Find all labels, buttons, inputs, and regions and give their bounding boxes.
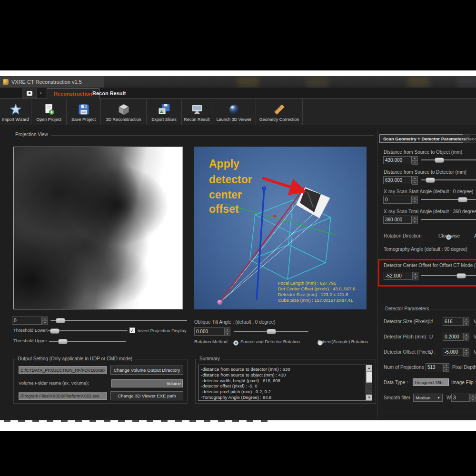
frame-index-slider[interactable] xyxy=(50,317,187,323)
threshold-upper-slider[interactable] xyxy=(49,338,126,344)
viewer-exe-path-field[interactable]: /Program Files/VX3D2/PlatformVX3D.exe xyxy=(19,392,107,400)
slider-thumb[interactable] xyxy=(458,197,467,202)
tab-recon-result[interactable]: Recon Result xyxy=(86,88,132,99)
smooth-w-spinner[interactable]: ▲▼ xyxy=(451,394,476,402)
spin-up-icon[interactable]: ▲ xyxy=(470,394,476,398)
frame-index-input[interactable] xyxy=(12,317,42,325)
threshold-lower-slider[interactable] xyxy=(48,327,128,334)
rotation-method-radio-source[interactable] xyxy=(233,340,238,346)
rotation-method-patient-label: Patient(Sample) Rotation xyxy=(317,339,368,344)
smooth-w-input[interactable] xyxy=(451,394,470,402)
detector-center-offset-spinner[interactable]: ▲▼ xyxy=(384,272,418,280)
spin-down-icon[interactable]: ▼ xyxy=(463,352,469,357)
param-total-angle-spinner[interactable]: ▲▼ xyxy=(383,216,418,224)
change-volume-dir-button[interactable]: Change Volume Output Directory xyxy=(110,366,183,375)
param-source-object-input[interactable] xyxy=(383,156,412,164)
param-start-angle-input[interactable] xyxy=(383,196,412,204)
param-start-angle-spinner[interactable]: ▲▼ xyxy=(383,196,418,204)
spin-up-icon[interactable]: ▲ xyxy=(463,348,469,352)
param-total-angle-input[interactable] xyxy=(383,216,412,224)
spin-down-icon[interactable]: ▼ xyxy=(412,180,418,185)
scroll-up-icon[interactable]: ▲ xyxy=(366,365,372,371)
right-tab-scan-geometry[interactable]: Scan Geometry + Detector Parameters xyxy=(379,134,469,143)
slider-thumb[interactable] xyxy=(426,178,435,183)
detector-size-u-spinner[interactable]: ▲▼ xyxy=(443,317,469,326)
num-projections-spinner[interactable]: ▲▼ xyxy=(426,363,449,371)
spin-down-icon[interactable]: ▼ xyxy=(224,332,230,336)
smooth-filter-dropdown[interactable]: Median ▼ xyxy=(413,394,443,402)
summary-scrollbar[interactable]: ▲ ▼ xyxy=(366,365,372,400)
spin-up-icon[interactable]: ▲ xyxy=(443,363,449,367)
oblique-tilt-label: Oblique Tilt Angle : (default : 0 degree… xyxy=(194,319,276,325)
param-source-detector-spinner[interactable]: ▲▼ xyxy=(383,176,418,184)
volume-output-dir-field[interactable]: C:/CTDATA_PROJECTION_RF/FOV160x80 xyxy=(19,366,107,374)
detector-offset-u-spinner[interactable]: ▲▼ xyxy=(443,348,469,356)
spin-down-icon[interactable]: ▼ xyxy=(412,160,418,165)
slider-track xyxy=(50,320,187,321)
geometry-correction-button[interactable]: Geometry Correction xyxy=(256,99,303,125)
spin-down-icon[interactable]: ▼ xyxy=(463,337,469,341)
spin-down-icon[interactable]: ▼ xyxy=(463,322,469,326)
slider-thumb[interactable] xyxy=(50,328,60,334)
launch-3d-viewer-button[interactable]: Launch 3D Viewer xyxy=(212,99,256,125)
recon-result-button[interactable]: Recon Result xyxy=(182,99,212,125)
slider-thumb[interactable] xyxy=(435,158,444,163)
oblique-tilt-spinner[interactable]: ▲▼ xyxy=(194,327,230,336)
change-viewer-exe-button[interactable]: Change 3D Viewer EXE path xyxy=(110,391,183,400)
import-wizard-button[interactable]: Import Wizard xyxy=(0,99,31,125)
param-start-angle-slider[interactable] xyxy=(421,196,476,202)
3d-reconstruction-button[interactable]: 3D Reconstruction xyxy=(101,99,147,125)
spin-down-icon[interactable]: ▼ xyxy=(412,276,418,280)
data-type-value-chip[interactable]: Unsigned 16b xyxy=(413,378,449,386)
info-center-offset: Det Center Offset (pixels) : 43.0, 567.6 xyxy=(278,286,355,291)
spin-up-icon[interactable]: ▲ xyxy=(224,327,230,332)
spin-down-icon[interactable]: ▼ xyxy=(42,321,48,325)
spin-up-icon[interactable]: ▲ xyxy=(412,176,418,180)
spin-down-icon[interactable]: ▼ xyxy=(443,367,449,372)
oblique-tilt-input[interactable] xyxy=(194,327,224,336)
spin-up-icon[interactable]: ▲ xyxy=(463,333,469,337)
param-total-angle-slider[interactable] xyxy=(421,216,476,222)
scroll-down-icon[interactable]: ▼ xyxy=(366,395,372,400)
invert-projection-checkbox[interactable]: ✓ xyxy=(129,327,135,333)
frame-index-spinner[interactable]: ▲▼ xyxy=(12,317,48,325)
geometry-3d-view[interactable]: Apply detector center offset Focal Lengt… xyxy=(194,147,367,309)
detector-pitch-u-spinner[interactable]: ▲▼ xyxy=(443,333,469,341)
volume-folder-field[interactable]: Volume xyxy=(111,379,183,387)
detector-offset-u-input[interactable] xyxy=(443,348,463,356)
menu-caret-icon[interactable]: ▾ xyxy=(40,91,42,95)
slider-thumb[interactable] xyxy=(56,318,65,323)
right-tab-recon[interactable]: Recon xyxy=(463,134,476,143)
param-source-object-spinner[interactable]: ▲▼ xyxy=(383,156,418,164)
slider-thumb[interactable] xyxy=(267,329,276,334)
spin-down-icon[interactable]: ▼ xyxy=(412,220,418,224)
detector-pitch-u-input[interactable] xyxy=(443,333,463,341)
param-source-detector-input[interactable] xyxy=(383,176,412,184)
spin-up-icon[interactable]: ▲ xyxy=(412,156,418,160)
spin-up-icon[interactable]: ▲ xyxy=(42,317,48,321)
spin-up-icon[interactable]: ▲ xyxy=(412,196,418,200)
spin-up-icon[interactable]: ▲ xyxy=(412,272,418,276)
spin-up-icon[interactable]: ▲ xyxy=(463,317,469,322)
save-project-button[interactable]: Save Project xyxy=(67,99,101,125)
param-source-object-slider[interactable] xyxy=(421,157,476,163)
spin-down-icon[interactable]: ▼ xyxy=(412,200,418,204)
detector-pitch-label: Detector Pitch (mm) : xyxy=(384,334,428,339)
open-project-button[interactable]: Open Project xyxy=(31,99,67,125)
scroll-thumb[interactable] xyxy=(366,371,372,383)
slider-thumb[interactable] xyxy=(456,273,466,278)
spin-up-icon[interactable]: ▲ xyxy=(412,216,418,220)
detector-center-offset-input[interactable] xyxy=(384,272,412,280)
project-menu-button[interactable] xyxy=(22,89,37,98)
summary-listbox[interactable]: -distance from source to detector (mm) :… xyxy=(198,365,372,401)
num-projections-input[interactable] xyxy=(426,363,443,371)
param-source-detector-slider[interactable] xyxy=(421,177,476,183)
export-slices-button[interactable]: Export Slices xyxy=(147,99,182,125)
slider-thumb[interactable] xyxy=(58,339,68,344)
title-chip: VXRE CT Reconstruction v1.5 xyxy=(0,76,104,88)
oblique-tilt-slider[interactable] xyxy=(234,328,308,334)
detector-center-offset-slider[interactable] xyxy=(421,272,476,278)
xray-projection-view[interactable] xyxy=(13,147,183,309)
detector-size-u-input[interactable] xyxy=(443,317,463,326)
spin-down-icon[interactable]: ▼ xyxy=(470,398,476,402)
